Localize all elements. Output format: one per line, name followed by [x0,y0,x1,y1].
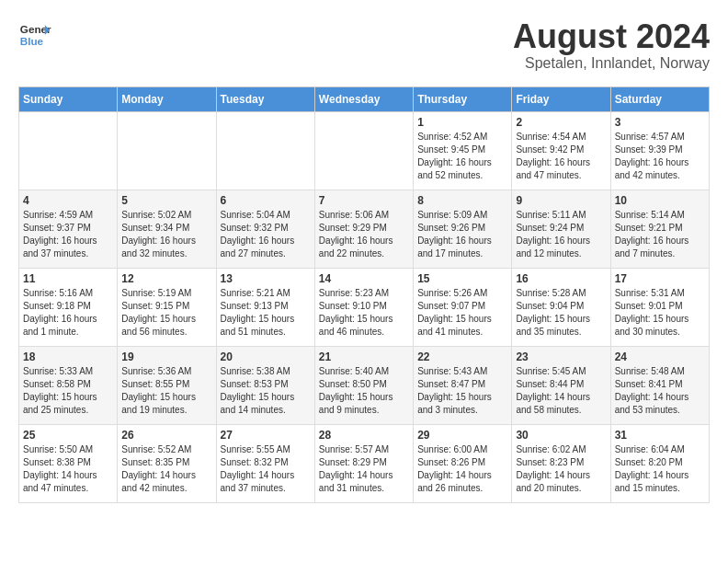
calendar-cell: 20Sunrise: 5:38 AM Sunset: 8:53 PM Dayli… [216,346,314,424]
day-number: 28 [319,429,409,442]
weekday-header-wednesday: Wednesday [314,86,413,111]
weekday-header-thursday: Thursday [414,86,512,111]
day-info: Sunrise: 5:50 AM Sunset: 8:38 PM Dayligh… [23,443,113,495]
day-number: 6 [221,194,311,207]
day-info: Sunrise: 5:11 AM Sunset: 9:24 PM Dayligh… [516,209,606,260]
calendar-cell: 31Sunrise: 6:04 AM Sunset: 8:20 PM Dayli… [610,424,709,502]
calendar-cell: 15Sunrise: 5:26 AM Sunset: 9:07 PM Dayli… [414,268,512,346]
calendar-cell: 5Sunrise: 5:02 AM Sunset: 9:34 PM Daylig… [118,190,216,268]
logo-icon: General Blue [18,18,51,52]
calendar-cell: 7Sunrise: 5:06 AM Sunset: 9:29 PM Daylig… [314,190,413,268]
page-subtitle: Spetalen, Innlandet, Norway [513,55,710,72]
day-info: Sunrise: 4:59 AM Sunset: 9:37 PM Dayligh… [23,209,113,260]
day-number: 31 [615,429,705,442]
day-number: 30 [516,429,606,442]
calendar-cell: 11Sunrise: 5:16 AM Sunset: 9:18 PM Dayli… [19,268,118,346]
calendar-week-2: 4Sunrise: 4:59 AM Sunset: 9:37 PM Daylig… [19,190,710,268]
day-info: Sunrise: 5:45 AM Sunset: 8:44 PM Dayligh… [516,365,606,417]
calendar-cell: 26Sunrise: 5:52 AM Sunset: 8:35 PM Dayli… [118,424,216,502]
calendar-cell: 24Sunrise: 5:48 AM Sunset: 8:41 PM Dayli… [610,346,709,424]
day-info: Sunrise: 5:02 AM Sunset: 9:34 PM Dayligh… [121,209,211,260]
title-block: August 2024 Spetalen, Innlandet, Norway [513,18,710,72]
day-info: Sunrise: 4:57 AM Sunset: 9:39 PM Dayligh… [615,131,705,182]
calendar-cell: 10Sunrise: 5:14 AM Sunset: 9:21 PM Dayli… [610,190,709,268]
day-info: Sunrise: 5:04 AM Sunset: 9:32 PM Dayligh… [221,209,311,260]
calendar-cell: 22Sunrise: 5:43 AM Sunset: 8:47 PM Dayli… [414,346,512,424]
day-number: 27 [221,429,311,442]
day-info: Sunrise: 6:00 AM Sunset: 8:26 PM Dayligh… [417,443,507,495]
calendar-cell: 29Sunrise: 6:00 AM Sunset: 8:26 PM Dayli… [414,424,512,502]
calendar-cell: 1Sunrise: 4:52 AM Sunset: 9:45 PM Daylig… [414,111,512,190]
day-number: 13 [221,272,311,285]
day-number: 8 [417,194,507,207]
day-info: Sunrise: 5:31 AM Sunset: 9:01 PM Dayligh… [615,287,705,339]
day-info: Sunrise: 5:40 AM Sunset: 8:50 PM Dayligh… [319,365,409,417]
weekday-header-monday: Monday [118,86,216,111]
calendar-cell: 17Sunrise: 5:31 AM Sunset: 9:01 PM Dayli… [610,268,709,346]
day-info: Sunrise: 5:23 AM Sunset: 9:10 PM Dayligh… [319,287,409,339]
day-info: Sunrise: 5:28 AM Sunset: 9:04 PM Dayligh… [516,287,606,339]
calendar-cell: 16Sunrise: 5:28 AM Sunset: 9:04 PM Dayli… [512,268,610,346]
day-number: 15 [417,272,507,285]
day-info: Sunrise: 5:38 AM Sunset: 8:53 PM Dayligh… [221,365,311,417]
day-number: 11 [23,272,113,285]
day-number: 26 [121,429,211,442]
weekday-header-saturday: Saturday [610,86,709,111]
calendar-cell: 14Sunrise: 5:23 AM Sunset: 9:10 PM Dayli… [314,268,413,346]
weekday-header-friday: Friday [512,86,610,111]
calendar-cell: 12Sunrise: 5:19 AM Sunset: 9:15 PM Dayli… [118,268,216,346]
day-number: 12 [121,272,211,285]
calendar-cell: 21Sunrise: 5:40 AM Sunset: 8:50 PM Dayli… [314,346,413,424]
day-info: Sunrise: 5:48 AM Sunset: 8:41 PM Dayligh… [615,365,705,417]
day-number: 19 [121,350,211,363]
day-info: Sunrise: 5:55 AM Sunset: 8:32 PM Dayligh… [221,443,311,495]
day-number: 4 [23,194,113,207]
weekday-header-tuesday: Tuesday [216,86,314,111]
calendar-cell: 6Sunrise: 5:04 AM Sunset: 9:32 PM Daylig… [216,190,314,268]
day-number: 7 [319,194,409,207]
calendar-week-5: 25Sunrise: 5:50 AM Sunset: 8:38 PM Dayli… [19,424,710,502]
calendar-week-4: 18Sunrise: 5:33 AM Sunset: 8:58 PM Dayli… [19,346,710,424]
day-number: 10 [615,194,705,207]
calendar-cell [118,111,216,190]
day-info: Sunrise: 6:02 AM Sunset: 8:23 PM Dayligh… [516,443,606,495]
day-info: Sunrise: 5:26 AM Sunset: 9:07 PM Dayligh… [417,287,507,339]
day-number: 5 [121,194,211,207]
calendar-cell: 8Sunrise: 5:09 AM Sunset: 9:26 PM Daylig… [414,190,512,268]
logo: General Blue [18,18,51,52]
calendar-cell: 4Sunrise: 4:59 AM Sunset: 9:37 PM Daylig… [19,190,118,268]
day-number: 20 [221,350,311,363]
calendar-cell [314,111,413,190]
calendar-week-3: 11Sunrise: 5:16 AM Sunset: 9:18 PM Dayli… [19,268,710,346]
day-info: Sunrise: 5:06 AM Sunset: 9:29 PM Dayligh… [319,209,409,260]
day-number: 2 [516,116,606,129]
day-number: 9 [516,194,606,207]
calendar-cell: 19Sunrise: 5:36 AM Sunset: 8:55 PM Dayli… [118,346,216,424]
day-info: Sunrise: 5:33 AM Sunset: 8:58 PM Dayligh… [23,365,113,417]
day-number: 21 [319,350,409,363]
day-info: Sunrise: 5:36 AM Sunset: 8:55 PM Dayligh… [121,365,211,417]
day-info: Sunrise: 5:19 AM Sunset: 9:15 PM Dayligh… [121,287,211,339]
calendar-cell: 28Sunrise: 5:57 AM Sunset: 8:29 PM Dayli… [314,424,413,502]
calendar-table: SundayMondayTuesdayWednesdayThursdayFrid… [18,86,710,503]
day-number: 23 [516,350,606,363]
calendar-cell: 13Sunrise: 5:21 AM Sunset: 9:13 PM Dayli… [216,268,314,346]
calendar-cell: 18Sunrise: 5:33 AM Sunset: 8:58 PM Dayli… [19,346,118,424]
day-number: 29 [417,429,507,442]
calendar-cell [19,111,118,190]
weekday-header-sunday: Sunday [19,86,118,111]
day-number: 24 [615,350,705,363]
calendar-cell: 23Sunrise: 5:45 AM Sunset: 8:44 PM Dayli… [512,346,610,424]
weekday-header-row: SundayMondayTuesdayWednesdayThursdayFrid… [19,86,710,111]
day-number: 17 [615,272,705,285]
day-info: Sunrise: 6:04 AM Sunset: 8:20 PM Dayligh… [615,443,705,495]
day-number: 14 [319,272,409,285]
day-info: Sunrise: 5:21 AM Sunset: 9:13 PM Dayligh… [221,287,311,339]
day-info: Sunrise: 4:52 AM Sunset: 9:45 PM Dayligh… [417,131,507,182]
day-info: Sunrise: 5:14 AM Sunset: 9:21 PM Dayligh… [615,209,705,260]
day-info: Sunrise: 5:52 AM Sunset: 8:35 PM Dayligh… [121,443,211,495]
calendar-cell [216,111,314,190]
svg-text:Blue: Blue [20,35,44,47]
calendar-cell: 2Sunrise: 4:54 AM Sunset: 9:42 PM Daylig… [512,111,610,190]
day-info: Sunrise: 5:16 AM Sunset: 9:18 PM Dayligh… [23,287,113,339]
